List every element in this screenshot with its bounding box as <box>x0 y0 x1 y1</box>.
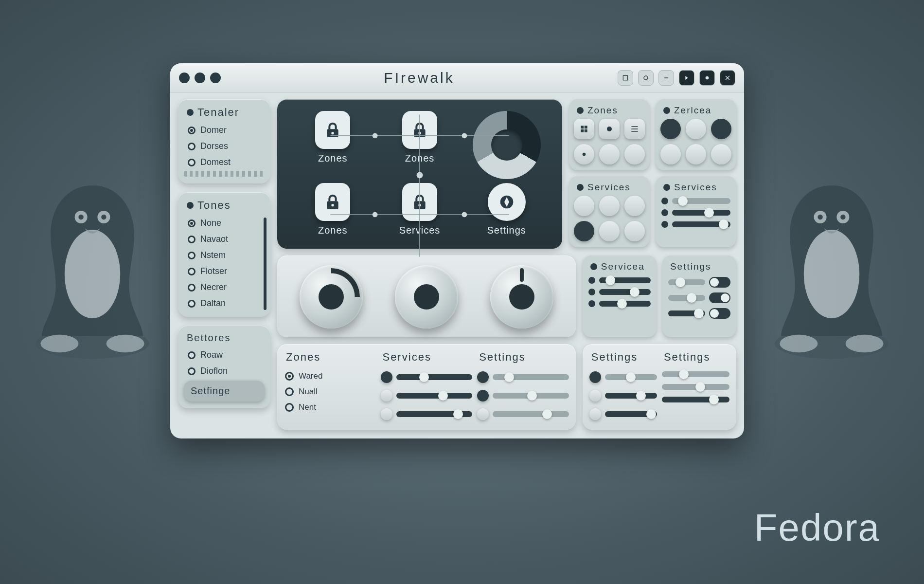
slider[interactable] <box>599 289 651 295</box>
app-window: FIrewalk Tenaler Domer Dorses Domest <box>170 63 744 438</box>
grid-button[interactable] <box>711 144 731 164</box>
grid-button[interactable] <box>624 196 645 216</box>
traffic-max-icon[interactable] <box>210 73 221 83</box>
toggle-dot[interactable] <box>381 371 392 383</box>
slider[interactable] <box>396 374 473 380</box>
titlebar-button-3[interactable] <box>658 70 674 86</box>
svg-point-4 <box>78 215 83 219</box>
slider[interactable] <box>605 393 657 399</box>
dial-knob[interactable] <box>395 265 458 328</box>
svg-point-12 <box>817 215 822 219</box>
dial-knob[interactable] <box>490 265 553 328</box>
sidebar-item[interactable]: Roaw <box>186 348 263 362</box>
toggle-switch[interactable] <box>709 292 730 303</box>
slider[interactable] <box>493 374 569 380</box>
svg-point-40 <box>607 127 612 131</box>
svg-point-17 <box>644 76 648 80</box>
titlebar-button-2[interactable] <box>638 70 654 86</box>
mini-panel-services-1: Services <box>569 176 650 247</box>
slider[interactable] <box>605 374 657 380</box>
grid-button[interactable] <box>624 119 645 139</box>
toggle-switch[interactable] <box>709 277 730 288</box>
penguin-right-decor <box>768 165 895 370</box>
toggle-dot[interactable] <box>477 390 489 402</box>
sidebar-settings-button[interactable]: Setfinge <box>184 381 265 402</box>
slider[interactable] <box>662 371 729 377</box>
toggle-dot[interactable] <box>381 390 392 402</box>
bottom-right-panel: Settings Settings <box>583 344 736 430</box>
zone-tile[interactable]: Zones <box>292 183 374 236</box>
list-item[interactable]: Nent <box>285 402 375 412</box>
titlebar-button-6[interactable] <box>720 70 735 86</box>
sidebar-item[interactable]: Nstem <box>186 249 263 262</box>
grid-button[interactable] <box>686 144 706 164</box>
grid-button[interactable] <box>711 119 731 139</box>
grid-button[interactable] <box>574 196 594 216</box>
mini-panel-servicea: Servicea <box>583 256 657 337</box>
dial-knob[interactable] <box>300 265 363 328</box>
sidebar-panel-1: Tenaler Domer Dorses Domest <box>178 99 270 183</box>
traffic-min-icon[interactable] <box>195 73 205 83</box>
titlebar-button-5[interactable] <box>699 70 715 86</box>
slider[interactable] <box>605 411 657 417</box>
slider[interactable] <box>662 397 729 402</box>
traffic-close-icon[interactable] <box>179 73 190 83</box>
settings-tile[interactable]: Settings <box>465 183 548 236</box>
slider[interactable] <box>396 393 473 399</box>
grid-button[interactable] <box>599 221 620 241</box>
toggle-switch[interactable] <box>709 308 730 319</box>
sidebar-item[interactable]: Navaot <box>186 233 263 246</box>
slider[interactable] <box>493 393 569 399</box>
services-tile[interactable]: Services <box>379 183 461 236</box>
slider[interactable] <box>599 277 651 283</box>
sidebar-item[interactable]: Flotser <box>186 265 263 278</box>
grid-button[interactable] <box>599 119 620 139</box>
sidebar: Tenaler Domer Dorses Domest Tones None N… <box>178 99 270 430</box>
titlebar-button-4[interactable] <box>679 70 694 86</box>
grid-button[interactable] <box>599 144 620 164</box>
sidebar-item[interactable]: Daltan <box>186 297 263 310</box>
toggle-dot[interactable] <box>589 371 601 383</box>
toggle-dot[interactable] <box>589 408 601 420</box>
grid-button[interactable] <box>599 196 620 216</box>
grid-button[interactable] <box>574 119 594 139</box>
list-item[interactable]: Wared <box>285 371 375 381</box>
slider[interactable] <box>662 384 729 390</box>
grid-button[interactable] <box>624 221 645 241</box>
sidebar-item[interactable]: Necrer <box>186 281 263 294</box>
slider[interactable] <box>493 411 569 417</box>
titlebar-button-1[interactable] <box>618 70 633 86</box>
grid-button[interactable] <box>660 144 681 164</box>
grid-button[interactable] <box>574 144 594 164</box>
svg-point-13 <box>840 215 845 219</box>
compass-icon <box>488 183 526 221</box>
lock-icon <box>402 183 437 221</box>
slider[interactable] <box>668 279 705 285</box>
slider[interactable] <box>668 295 705 301</box>
slider[interactable] <box>668 310 705 316</box>
toggle-dot[interactable] <box>477 408 489 420</box>
toggle-dot[interactable] <box>477 371 489 383</box>
toggle-dot[interactable] <box>381 408 392 420</box>
toggle-dot[interactable] <box>589 390 601 402</box>
list-item[interactable]: Nuall <box>285 387 375 397</box>
sidebar-item[interactable]: Dorses <box>186 140 263 153</box>
scrollbar[interactable] <box>264 218 267 310</box>
sidebar-item[interactable]: Domer <box>186 124 263 137</box>
sidebar-item[interactable]: Dioflon <box>186 365 263 378</box>
slider[interactable] <box>396 411 473 417</box>
svg-point-5 <box>101 215 106 219</box>
grid-button[interactable] <box>624 144 645 164</box>
grid-button[interactable] <box>686 119 706 139</box>
grid-button[interactable] <box>660 119 681 139</box>
sidebar-item[interactable]: Domest <box>186 156 263 169</box>
zone-tile[interactable]: Zones <box>379 111 461 179</box>
zone-donut-chart[interactable] <box>465 111 548 179</box>
slider[interactable] <box>599 301 651 307</box>
sidebar-panel-2: Tones None Navaot Nstem Flotser Necrer D… <box>178 192 270 317</box>
sidebar-item[interactable]: None <box>186 217 263 230</box>
svg-point-14 <box>780 335 817 352</box>
grid-button[interactable] <box>574 221 594 241</box>
svg-point-24 <box>332 204 334 206</box>
zone-tile[interactable]: Zones <box>292 111 374 179</box>
